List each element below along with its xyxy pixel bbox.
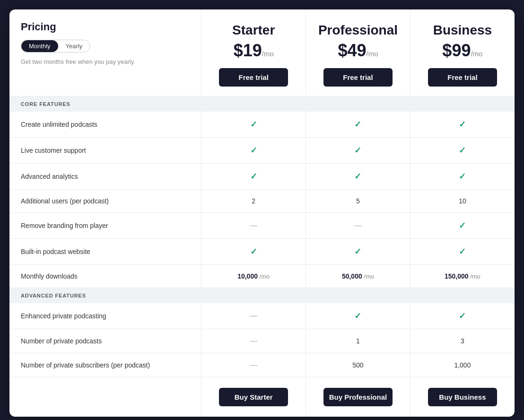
feature-label-remove-branding: Remove branding from player [9,213,201,239]
professional-dl-period: /mo [362,273,374,280]
check-icon: ✓ [459,221,466,230]
check-icon: ✓ [250,146,257,155]
business-unlimited-podcasts: ✓ [410,112,515,138]
starter-price-period: /mo [262,50,274,58]
buy-business-button[interactable]: Buy Business [428,388,497,406]
professional-num-private-podcasts: 1 [306,329,410,353]
core-features-label: CORE FEATURES [9,96,515,112]
professional-price-period: /mo [366,50,378,58]
professional-remove-branding: — [306,213,410,239]
advanced-features-label: ADVANCED FEATURES [9,288,515,304]
starter-dl-amount: 10,000 [237,272,258,280]
pricing-container: Pricing Monthly Yearly Get two months fr… [9,9,515,417]
business-free-trial-button[interactable]: Free trial [428,68,497,87]
business-monthly-downloads: 150,000 /mo [410,265,515,288]
starter-plan-name: Starter [213,23,294,38]
feature-label-private-subscribers: Number of private subscribers (per podca… [9,353,201,377]
yearly-note: Get two months free when you pay yearly. [21,58,190,65]
feature-row-remove-branding: Remove branding from player — — ✓ [9,213,515,239]
business-remove-branding: ✓ [410,213,515,239]
feature-row-private-subscribers: Number of private subscribers (per podca… [9,353,515,377]
starter-footer: Buy Starter [201,377,306,417]
business-podcast-website: ✓ [410,239,515,265]
professional-monthly-downloads: 50,000 /mo [306,265,410,288]
check-icon: ✓ [250,247,257,256]
starter-private-subscribers: — [201,353,306,377]
footer-row: Buy Starter Buy Professional Buy Busines… [9,377,515,417]
check-icon: ✓ [250,172,257,181]
business-num-private-podcasts: 3 [410,329,515,353]
check-icon: ✓ [354,120,361,129]
starter-header: Starter $19/mo Free trial [201,9,306,96]
professional-footer: Buy Professional [306,377,410,417]
business-private-podcasting: ✓ [410,303,515,329]
check-icon: ✓ [354,172,361,181]
business-price-period: /mo [471,50,482,58]
feature-row-live-support: Live customer support ✓ ✓ ✓ [9,138,515,164]
billing-toggle[interactable]: Monthly Yearly [21,40,90,52]
starter-free-trial-button[interactable]: Free trial [219,68,288,87]
dash-icon: — [250,361,257,369]
starter-unlimited-podcasts: ✓ [201,112,306,138]
business-footer: Buy Business [410,377,515,417]
professional-analytics: ✓ [306,164,410,190]
check-icon: ✓ [250,120,257,129]
starter-additional-users: 2 [201,190,306,213]
professional-price: $49/mo [317,41,399,61]
check-icon: ✓ [354,247,361,256]
feature-row-additional-users: Additional users (per podcast) 2 5 10 [9,190,515,213]
feature-label-podcast-website: Built-in podcast website [9,239,201,265]
business-price-amount: $99 [442,41,471,60]
pricing-table: Pricing Monthly Yearly Get two months fr… [9,9,515,417]
feature-label-live-support: Live customer support [9,138,201,164]
business-live-support: ✓ [410,138,515,164]
check-icon: ✓ [459,311,466,321]
buy-starter-button[interactable]: Buy Starter [219,388,288,406]
feature-label-unlimited-podcasts: Create unlimited podcasts [9,112,201,138]
starter-monthly-downloads: 10,000 /mo [201,265,306,288]
starter-num-private-podcasts: — [201,329,306,353]
feature-label-num-private-podcasts: Number of private podcasts [9,329,201,353]
business-price: $99/mo [422,41,503,61]
buy-professional-button[interactable]: Buy Professional [323,388,393,406]
starter-private-podcasting: — [201,303,306,329]
starter-price-amount: $19 [234,41,262,60]
professional-free-trial-button[interactable]: Free trial [323,68,393,87]
dash-icon: — [250,221,257,229]
professional-dl-amount: 50,000 [342,272,362,280]
business-private-subscribers: 1,000 [410,353,515,377]
business-additional-users: 10 [410,190,515,213]
dash-icon: — [354,221,362,229]
feature-row-private-podcasting: Enhanced private podcasting — ✓ ✓ [9,303,515,329]
feature-label-monthly-downloads: Monthly downloads [9,265,201,288]
starter-analytics: ✓ [201,164,306,190]
yearly-toggle[interactable]: Yearly [58,40,90,52]
check-icon: ✓ [459,172,466,181]
check-icon: ✓ [459,120,466,129]
professional-live-support: ✓ [306,138,410,164]
core-features-section-header: CORE FEATURES [9,96,515,112]
pricing-title: Pricing [21,21,190,33]
professional-podcast-website: ✓ [306,239,410,265]
professional-private-podcasting: ✓ [306,303,410,329]
check-icon: ✓ [354,146,361,155]
feature-row-num-private-podcasts: Number of private podcasts — 1 3 [9,329,515,353]
monthly-toggle[interactable]: Monthly [21,40,58,52]
business-dl-period: /mo [469,273,480,280]
feature-row-unlimited-podcasts: Create unlimited podcasts ✓ ✓ ✓ [9,112,515,138]
check-icon: ✓ [459,146,466,155]
starter-remove-branding: — [201,213,306,239]
starter-podcast-website: ✓ [201,239,306,265]
feature-label-private-podcasting: Enhanced private podcasting [9,303,201,329]
professional-header: Professional $49/mo Free trial [306,9,410,96]
check-icon: ✓ [354,311,361,321]
advanced-features-section-header: ADVANCED FEATURES [9,288,515,304]
professional-plan-name: Professional [317,23,399,38]
check-icon: ✓ [459,247,466,256]
professional-private-subscribers: 500 [306,353,410,377]
starter-dl-period: /mo [258,273,270,280]
professional-price-amount: $49 [338,41,366,60]
business-header: Business $99/mo Free trial [410,9,515,96]
label-header-cell: Pricing Monthly Yearly Get two months fr… [9,9,201,96]
dash-icon: — [250,337,257,345]
